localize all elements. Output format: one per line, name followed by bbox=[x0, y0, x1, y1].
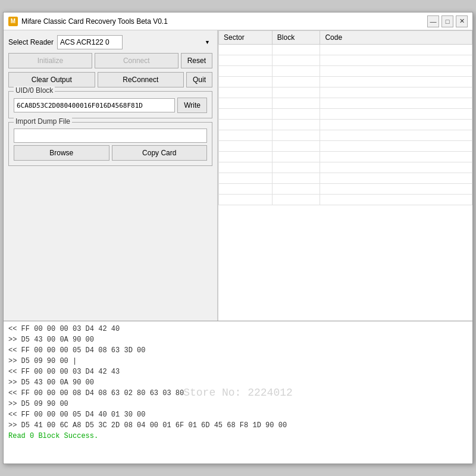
main-body: Select Reader ACS ACR122 0 Initialize Co… bbox=[4, 30, 472, 464]
import-group: Import Dump File Browse Copy Card bbox=[8, 122, 212, 166]
reader-select[interactable]: ACS ACR122 0 bbox=[57, 35, 123, 49]
browse-button[interactable]: Browse bbox=[14, 145, 109, 161]
select-reader-row: Select Reader ACS ACR122 0 bbox=[8, 35, 212, 49]
left-panel: Select Reader ACS ACR122 0 Initialize Co… bbox=[4, 30, 218, 321]
output-line: << FF 00 00 00 03 D4 42 43 bbox=[8, 367, 468, 377]
col-sector: Sector bbox=[219, 31, 273, 45]
browse-copy-row: Browse Copy Card bbox=[14, 145, 207, 161]
title-bar-controls: — □ ✕ bbox=[427, 15, 468, 27]
table-container[interactable]: Sector Block Code bbox=[218, 30, 472, 321]
output-line: >> D5 43 00 0A 90 00 bbox=[8, 334, 468, 345]
output-line: Read 0 Block Success. bbox=[8, 431, 468, 441]
maximize-button[interactable]: □ bbox=[441, 15, 453, 27]
table-row bbox=[219, 173, 472, 184]
uid-group: UID/0 Block Write bbox=[8, 91, 212, 118]
uid-group-title: UID/0 Block bbox=[14, 86, 55, 95]
copy-card-button[interactable]: Copy Card bbox=[112, 145, 208, 161]
connect-button[interactable]: Connect bbox=[95, 53, 178, 68]
output-line: >> D5 09 90 00 | bbox=[8, 356, 468, 367]
uid-input[interactable] bbox=[14, 98, 175, 112]
uid-row: Write bbox=[14, 98, 207, 113]
table-row bbox=[219, 120, 472, 130]
table-row bbox=[219, 152, 472, 162]
reset-button[interactable]: Reset bbox=[181, 53, 212, 68]
app-icon: M bbox=[8, 17, 18, 26]
table-row bbox=[219, 77, 472, 87]
output-line: << FF 00 00 00 05 D4 40 01 30 00 bbox=[8, 409, 468, 420]
table-body bbox=[219, 45, 472, 205]
table-row bbox=[219, 141, 472, 152]
output-line: << FF 00 00 00 05 D4 08 63 3D 00 bbox=[8, 345, 468, 356]
output-line: << FF 00 00 00 08 D4 08 63 02 80 63 03 8… bbox=[8, 388, 468, 399]
import-input[interactable] bbox=[14, 129, 207, 143]
table-row bbox=[219, 109, 472, 120]
output-line: >> D5 43 00 0A 90 00 bbox=[8, 377, 468, 388]
buttons-row-1: Initialize Connect Reset bbox=[8, 53, 212, 68]
output-line: >> D5 41 00 6C A8 D5 3C 2D 08 04 00 01 6… bbox=[8, 420, 468, 431]
output-line: << FF 00 00 00 03 D4 42 40 bbox=[8, 324, 468, 334]
table-row bbox=[219, 162, 472, 173]
table-row bbox=[219, 184, 472, 195]
write-button[interactable]: Write bbox=[177, 98, 207, 113]
quit-button[interactable]: Quit bbox=[186, 72, 212, 87]
close-button[interactable]: ✕ bbox=[456, 15, 468, 27]
table-row bbox=[219, 87, 472, 98]
main-window: M Mifare Classic Card Recovery Tools Bet… bbox=[3, 12, 473, 464]
table-row bbox=[219, 195, 472, 205]
reconnect-button[interactable]: ReConnect bbox=[98, 72, 184, 87]
title-bar: M Mifare Classic Card Recovery Tools Bet… bbox=[4, 12, 472, 30]
output-panel[interactable]: Store No: 2224012 << FF 00 00 00 03 D4 4… bbox=[4, 321, 472, 464]
minimize-button[interactable]: — bbox=[427, 15, 439, 27]
import-group-title: Import Dump File bbox=[14, 117, 72, 126]
data-table: Sector Block Code bbox=[218, 30, 472, 205]
table-row bbox=[219, 130, 472, 141]
reader-select-wrapper: ACS ACR122 0 bbox=[57, 35, 212, 49]
import-row bbox=[14, 129, 207, 143]
table-row bbox=[219, 66, 472, 77]
col-block: Block bbox=[272, 31, 320, 45]
table-row bbox=[219, 55, 472, 66]
table-header-row: Sector Block Code bbox=[219, 31, 472, 45]
clear-output-button[interactable]: Clear Output bbox=[8, 72, 95, 87]
table-row bbox=[219, 45, 472, 55]
col-code: Code bbox=[320, 31, 472, 45]
select-reader-label: Select Reader bbox=[8, 38, 54, 46]
table-row bbox=[219, 98, 472, 109]
initialize-button[interactable]: Initialize bbox=[8, 53, 92, 68]
buttons-row-2: Clear Output ReConnect Quit bbox=[8, 72, 212, 87]
right-panel: Sector Block Code bbox=[218, 30, 472, 321]
output-line: >> D5 09 90 00 bbox=[8, 399, 468, 409]
output-lines: << FF 00 00 00 03 D4 42 40>> D5 43 00 0A… bbox=[8, 324, 468, 441]
top-area: Select Reader ACS ACR122 0 Initialize Co… bbox=[4, 30, 472, 321]
window-title: Mifare Classic Card Recovery Tools Beta … bbox=[21, 17, 427, 26]
